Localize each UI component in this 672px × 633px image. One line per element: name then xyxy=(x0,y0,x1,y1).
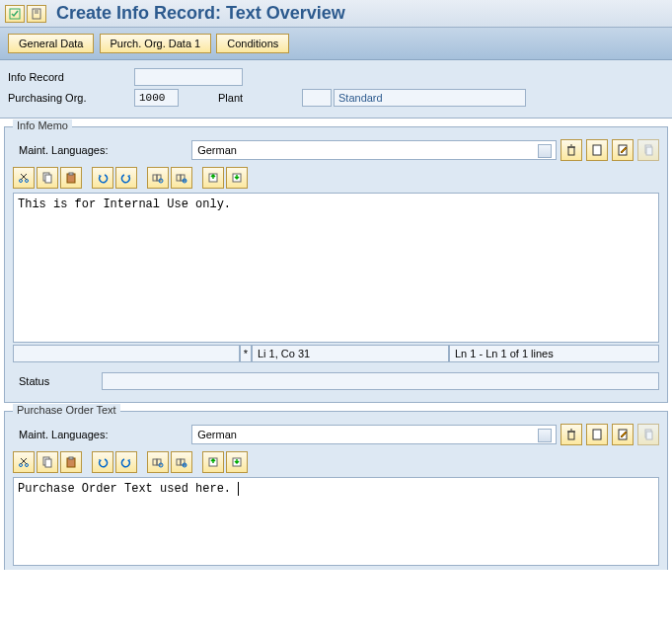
load-icon[interactable] xyxy=(202,167,224,189)
po-find-next-icon[interactable] xyxy=(171,451,192,473)
tab-bar: General Data Purch. Org. Data 1 Conditio… xyxy=(0,28,672,60)
po-textarea[interactable]: Purchase Order Text used here. xyxy=(13,477,659,566)
copy-icon[interactable] xyxy=(37,167,58,189)
po-edit-icon[interactable] xyxy=(612,424,634,445)
header-form: Info Record Purchasing Org. 1000 Plant S… xyxy=(0,60,672,119)
tab-conditions[interactable]: Conditions xyxy=(216,34,289,53)
purch-org-label: Purchasing Org. xyxy=(8,92,134,104)
po-copy-text-icon[interactable] xyxy=(637,424,659,445)
copy-text-icon[interactable] xyxy=(637,139,659,161)
save-local-icon[interactable] xyxy=(226,167,248,189)
memo-lang-label: Maint. Languages: xyxy=(13,144,160,156)
purch-org-field[interactable]: 1000 xyxy=(134,89,179,107)
svg-rect-16 xyxy=(45,175,51,183)
memo-lang-dropdown[interactable]: German xyxy=(191,140,557,160)
po-paste-icon[interactable] xyxy=(60,451,82,473)
plant-label: Plant xyxy=(218,92,302,104)
create-icon[interactable] xyxy=(586,139,608,161)
po-find-icon[interactable] xyxy=(147,451,169,473)
po-lang-dropdown[interactable]: German xyxy=(191,425,557,444)
svg-rect-46 xyxy=(177,459,181,465)
memo-toolbar xyxy=(13,167,659,189)
info-record-field[interactable] xyxy=(134,68,243,86)
info-memo-title: Info Memo xyxy=(13,119,72,131)
status-label: Status xyxy=(13,375,87,387)
memo-status-bar: * Li 1, Co 31 Ln 1 - Ln 1 of 1 lines xyxy=(13,345,659,362)
po-create-icon[interactable] xyxy=(586,424,608,445)
svg-rect-43 xyxy=(153,459,157,465)
header-btn-1[interactable] xyxy=(5,5,25,23)
svg-rect-34 xyxy=(646,432,652,439)
find-icon[interactable] xyxy=(147,167,169,189)
memo-line-count: Ln 1 - Ln 1 of 1 lines xyxy=(449,345,659,362)
po-load-icon[interactable] xyxy=(202,451,224,473)
paste-icon[interactable] xyxy=(60,167,82,189)
po-save-local-icon[interactable] xyxy=(226,451,248,473)
po-redo-icon[interactable] xyxy=(115,451,137,473)
page-title: Create Info Record: Text Overview xyxy=(56,3,345,24)
memo-textarea[interactable]: This is for Internal Use only. xyxy=(13,193,659,343)
tab-general-data[interactable]: General Data xyxy=(8,34,94,53)
po-copy-icon[interactable] xyxy=(37,451,58,473)
delete-icon[interactable] xyxy=(560,139,582,161)
undo-icon[interactable] xyxy=(92,167,113,189)
header-btn-2[interactable] xyxy=(27,5,46,23)
edit-icon[interactable] xyxy=(612,139,634,161)
memo-cursor-pos: Li 1, Co 31 xyxy=(252,345,449,362)
po-text-group: Purchase Order Text Maint. Languages: Ge… xyxy=(4,411,668,570)
svg-rect-31 xyxy=(593,430,601,439)
svg-rect-40 xyxy=(45,459,51,467)
redo-icon[interactable] xyxy=(115,167,137,189)
info-memo-group: Info Memo Maint. Languages: German This … xyxy=(4,126,668,403)
svg-rect-22 xyxy=(177,175,181,181)
status-field[interactable] xyxy=(102,372,659,390)
po-toolbar xyxy=(13,451,659,473)
memo-status-blank xyxy=(13,345,240,362)
title-bar: Create Info Record: Text Overview xyxy=(0,0,672,28)
svg-rect-42 xyxy=(69,457,73,459)
po-cut-icon[interactable] xyxy=(13,451,35,473)
plant-field[interactable] xyxy=(302,89,332,107)
find-next-icon[interactable] xyxy=(171,167,192,189)
po-text-title: Purchase Order Text xyxy=(13,404,120,416)
po-lang-label: Maint. Languages: xyxy=(13,429,160,440)
tab-purch-org[interactable]: Purch. Org. Data 1 xyxy=(100,34,212,53)
svg-rect-10 xyxy=(646,147,652,155)
memo-modified-indicator: * xyxy=(240,345,252,362)
svg-rect-7 xyxy=(593,145,601,155)
cut-icon[interactable] xyxy=(13,167,35,189)
category-field[interactable]: Standard xyxy=(334,89,526,107)
po-delete-icon[interactable] xyxy=(560,424,582,445)
svg-rect-19 xyxy=(153,175,157,181)
info-record-label: Info Record xyxy=(8,71,134,83)
po-undo-icon[interactable] xyxy=(92,451,113,473)
svg-rect-4 xyxy=(568,147,574,155)
svg-rect-18 xyxy=(69,173,73,175)
svg-rect-28 xyxy=(568,432,574,439)
text-cursor xyxy=(231,482,239,496)
